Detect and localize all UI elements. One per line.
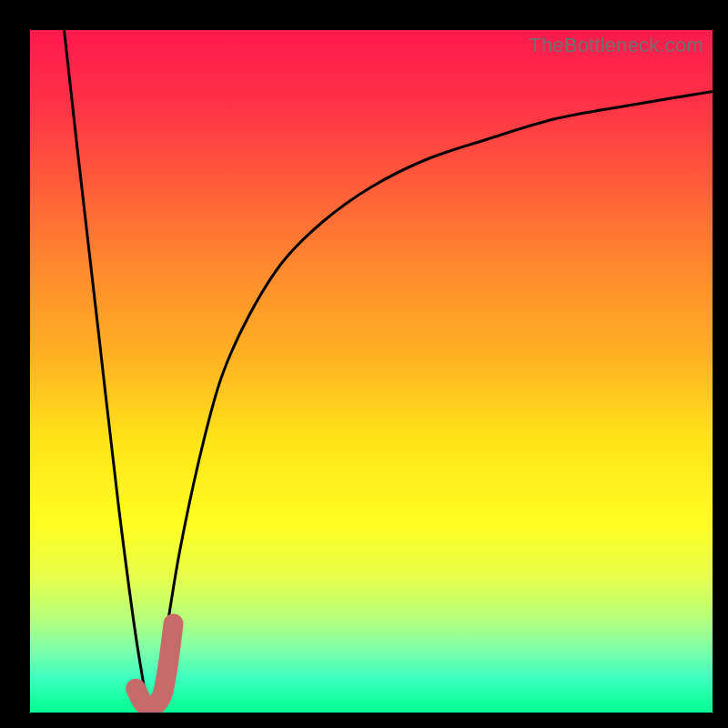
bottleneck-curve [65, 30, 713, 713]
chart-frame: TheBottleneck.com [0, 0, 728, 728]
curve-layer [30, 30, 713, 713]
plot-area: TheBottleneck.com [30, 30, 713, 713]
watermark-text: TheBottleneck.com [529, 34, 703, 57]
